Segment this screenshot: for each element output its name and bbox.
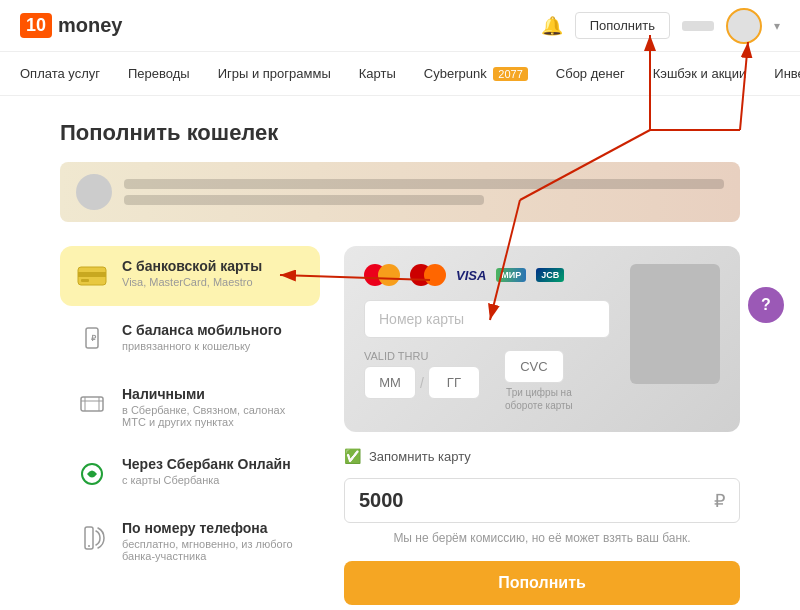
logo: 10 money <box>20 13 123 38</box>
cyberpunk-badge: 2077 <box>493 67 527 81</box>
bank-card-text: С банковской карты Visa, MasterCard, Mae… <box>122 258 306 288</box>
banner-avatar <box>76 174 112 210</box>
promo-banner[interactable] <box>60 162 740 222</box>
bank-card-subtitle: Visa, MasterCard, Maestro <box>122 276 306 288</box>
payment-methods-list: С банковской карты Visa, MasterCard, Mae… <box>60 246 320 610</box>
page-title: Пополнить кошелек <box>60 120 740 146</box>
banner-line-1 <box>124 179 724 189</box>
cash-icon <box>74 386 110 422</box>
top-up-button[interactable]: Пополнить <box>575 12 670 39</box>
bank-card-title: С банковской карты <box>122 258 306 274</box>
phone-text: По номеру телефона бесплатно, мгновенно,… <box>122 520 306 562</box>
card-visual: VISA МИР JCB VALID THRU / <box>344 246 740 432</box>
expiry-fields: / <box>364 366 480 399</box>
month-input[interactable] <box>364 366 416 399</box>
nav-item-cashback[interactable]: Кэшбэк и акции <box>653 52 747 96</box>
nav-item-invest[interactable]: Инвестиции <box>774 52 800 96</box>
nav-item-services[interactable]: Оплата услуг <box>20 52 100 96</box>
amount-input[interactable] <box>359 489 714 512</box>
banner-text <box>124 179 724 205</box>
commission-note: Мы не берём комиссию, но её может взять … <box>344 531 740 545</box>
phone-icon <box>74 520 110 556</box>
nav-item-transfers[interactable]: Переводы <box>128 52 190 96</box>
mastercard-debit-icon <box>410 264 446 286</box>
notification-icon[interactable]: 🔔 <box>541 15 563 37</box>
svg-text:₽: ₽ <box>91 334 97 343</box>
amount-row: ₽ <box>344 478 740 523</box>
svg-point-10 <box>88 545 90 547</box>
pay-button[interactable]: Пополнить <box>344 561 740 605</box>
svg-rect-2 <box>81 279 89 282</box>
visa-icon: VISA <box>456 268 486 283</box>
banner-line-2 <box>124 195 484 205</box>
header-right: 🔔 Пополнить ▾ <box>541 8 780 44</box>
card-number-input[interactable] <box>364 300 610 338</box>
logo-icon: 10 <box>20 13 52 38</box>
expiry-slash: / <box>416 375 428 391</box>
cvc-input[interactable] <box>504 350 564 383</box>
currency-icon: ₽ <box>714 490 725 512</box>
cvc-section: Три цифры на обороте карты <box>504 350 574 412</box>
remember-label: Запомнить карту <box>369 449 471 464</box>
method-phone[interactable]: По номеру телефона бесплатно, мгновенно,… <box>60 508 320 574</box>
cash-subtitle: в Сбербанке, Связном, салонах МТС и друг… <box>122 404 306 428</box>
cvc-hint: Три цифры на обороте карты <box>504 386 574 412</box>
expiry-label: VALID THRU <box>364 350 480 362</box>
nav-item-games[interactable]: Игры и программы <box>218 52 331 96</box>
cash-text: Наличными в Сбербанке, Связном, салонах … <box>122 386 306 428</box>
method-mobile-balance[interactable]: ₽ С баланса мобильного привязанного к ко… <box>60 310 320 370</box>
phone-title: По номеру телефона <box>122 520 306 536</box>
remember-check-icon[interactable]: ✅ <box>344 448 361 464</box>
remember-row: ✅ Запомнить карту <box>344 448 740 464</box>
svg-rect-1 <box>78 272 106 277</box>
navigation: Оплата услуг Переводы Игры и программы К… <box>0 52 800 96</box>
sberbank-icon <box>74 456 110 492</box>
mir-icon: МИР <box>496 268 526 282</box>
sberbank-subtitle: с карты Сбербанка <box>122 474 306 486</box>
card-chip-area <box>630 264 720 384</box>
cash-title: Наличными <box>122 386 306 402</box>
method-cash[interactable]: Наличными в Сбербанке, Связном, салонах … <box>60 374 320 440</box>
nav-item-fundraise[interactable]: Сбор денег <box>556 52 625 96</box>
main-content: Пополнить кошелек <box>0 96 800 610</box>
logo-text: money <box>58 14 122 37</box>
nav-item-cards[interactable]: Карты <box>359 52 396 96</box>
method-bank-card[interactable]: С банковской карты Visa, MasterCard, Mae… <box>60 246 320 306</box>
method-sberbank[interactable]: Через Сбербанк Онлайн с карты Сбербанка <box>60 444 320 504</box>
sberbank-text: Через Сбербанк Онлайн с карты Сбербанка <box>122 456 306 486</box>
phone-subtitle: бесплатно, мгновенно, из любого банка-уч… <box>122 538 306 562</box>
jcb-icon: JCB <box>536 268 564 282</box>
bank-card-icon <box>74 258 110 294</box>
avatar[interactable] <box>726 8 762 44</box>
nav-item-cyberpunk[interactable]: Cyberpunk 2077 <box>424 52 528 96</box>
sberbank-title: Через Сбербанк Онлайн <box>122 456 306 472</box>
mobile-balance-title: С баланса мобильного <box>122 322 306 338</box>
mobile-balance-subtitle: привязанного к кошельку <box>122 340 306 352</box>
card-form: VISA МИР JCB VALID THRU / <box>344 246 740 610</box>
svg-rect-5 <box>81 397 103 411</box>
year-input[interactable] <box>428 366 480 399</box>
content-area: С банковской карты Visa, MasterCard, Mae… <box>60 246 740 610</box>
mobile-balance-icon: ₽ <box>74 322 110 358</box>
mastercard-icon <box>364 264 400 286</box>
mobile-balance-text: С баланса мобильного привязанного к коше… <box>122 322 306 352</box>
help-button[interactable]: ? <box>748 287 784 323</box>
expiry-section: VALID THRU / <box>364 350 480 399</box>
user-name-masked <box>682 21 714 31</box>
chevron-down-icon[interactable]: ▾ <box>774 19 780 33</box>
header: 10 money 🔔 Пополнить ▾ <box>0 0 800 52</box>
